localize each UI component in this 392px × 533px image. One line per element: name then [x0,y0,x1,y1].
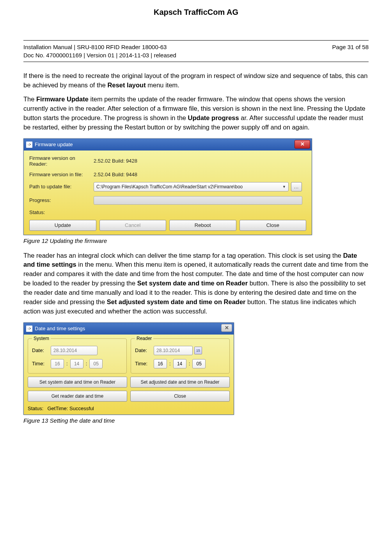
label-version-file: Firmware version in file: [29,172,94,177]
close-button[interactable]: Close [239,220,307,231]
value-version-file: 2.52.04 Build: 9448 [94,172,137,177]
label-version-reader: Firmware version on Reader: [29,155,94,167]
doc-meta-line1: Installation Manual | SRU-8100 RFID Read… [23,43,176,51]
colon: : [169,361,171,367]
figure-13-caption: Figure 13 Setting the date and time [23,417,369,424]
reboot-button[interactable]: Reboot [169,220,236,231]
system-date-label: Date: [32,347,51,353]
datetime-title: Date and time settings [35,326,85,331]
label-status: Status: [29,209,94,215]
company-header: Kapsch TrafficCom AG [23,8,369,17]
system-date-value: 28.10.2014 [51,346,98,355]
status-label: Status: [28,406,43,411]
firmware-titlebar[interactable]: -> Firmware update ✕ [24,139,312,151]
app-icon: -> [26,142,32,148]
reader-time-label: Time: [135,361,154,367]
doc-meta-line2: Doc No. 47000001169 | Version 01 | 2014-… [23,51,176,59]
paragraph-reset-layout: If there is the need to recreate the ori… [23,71,369,90]
close-icon[interactable]: ✕ [294,140,310,149]
firmware-title: Firmware update [35,142,73,147]
close-button[interactable]: Close [130,391,230,402]
close-icon[interactable]: ✕ [221,324,232,332]
label-path: Path to update file: [29,184,94,189]
paragraph-datetime: The reader has an integral clock which c… [23,251,369,316]
reader-second-input[interactable]: 05 [192,359,206,368]
firmware-update-dialog: -> Firmware update ✕ Firmware version on… [23,138,312,235]
label-progress: Progress: [29,197,94,203]
doc-meta-bar: Installation Manual | SRU-8100 RFID Read… [23,40,369,62]
reader-minute-input[interactable]: 14 [173,359,186,368]
chevron-down-icon[interactable]: ▼ [282,185,286,189]
colon: : [66,361,68,367]
reader-date-label: Date: [135,347,154,353]
update-button[interactable]: Update [29,220,96,231]
progress-bar [94,196,302,205]
status-value: GetTime: Successful [47,406,94,411]
system-hour: 16 [51,359,64,368]
app-icon: -> [26,326,32,332]
page-number: Page 31 of 58 [332,43,369,59]
set-system-button[interactable]: Set system date and time on Reader [28,377,127,388]
reader-group-title: Reader [135,336,153,341]
reader-date-input[interactable]: 28.10.2014 [154,346,193,355]
calendar-icon[interactable]: 15 [194,347,202,354]
figure-12-caption: Figure 12 Updating the firmware [23,237,369,244]
browse-button[interactable]: ... [291,182,302,191]
system-minute: 14 [70,359,83,368]
paragraph-firmware-update: The Firmware Update item permits the upd… [23,95,369,132]
colon: : [189,361,190,367]
system-group: System Date: 28.10.2014 Time: 16 : 14 : … [28,338,127,374]
path-value: C:\Program Files\Kapsch TrafficCom AG\Re… [96,184,243,189]
system-second: 05 [89,359,103,368]
colon: : [86,361,87,367]
cancel-button[interactable]: Cancel [99,220,167,231]
system-group-title: System [32,336,51,341]
set-adjusted-button[interactable]: Set adjusted date and time on Reader [130,377,230,388]
path-combobox[interactable]: C:\Program Files\Kapsch TrafficCom AG\Re… [94,182,289,191]
reader-group: Reader Date: 28.10.2014 15 Time: 16 : 14… [131,338,230,374]
reader-hour-input[interactable]: 16 [154,359,167,368]
datetime-titlebar[interactable]: -> Date and time settings ✕ [24,323,234,335]
system-time-label: Time: [32,361,51,367]
value-version-reader: 2.52.02 Build: 9428 [94,158,137,164]
get-button[interactable]: Get reader date and time [28,391,127,402]
datetime-dialog: -> Date and time settings ✕ System Date:… [23,322,234,415]
